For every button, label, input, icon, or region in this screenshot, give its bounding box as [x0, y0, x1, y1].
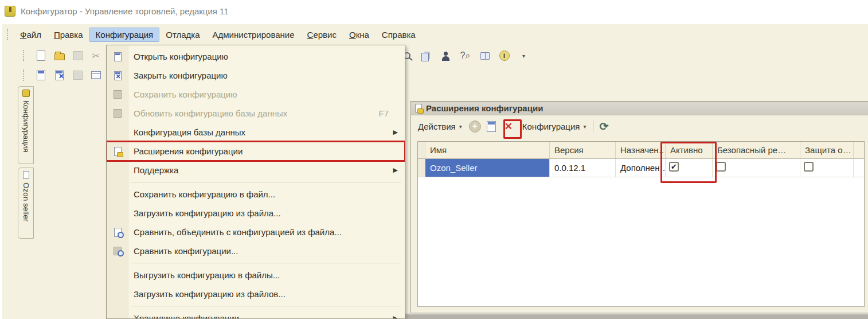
cell-purpose[interactable]: Дополнен… [616, 159, 666, 177]
menu-windows[interactable]: Окна [343, 28, 376, 42]
menu-item-load-from-file[interactable]: Загрузить конфигурацию из файла... [107, 204, 405, 223]
help-contents-button[interactable] [478, 49, 492, 63]
about-button[interactable]: i [497, 49, 511, 63]
extensions-icon [114, 147, 122, 156]
submenu-arrow-icon: ▶ [393, 166, 398, 174]
menu-bar: Файл Правка Конфигурация Отладка Админис… [3, 26, 868, 43]
menu-item-configuration-extensions[interactable]: Расширения конфигурации [107, 142, 405, 161]
cell-version[interactable]: 0.0.12.1 [550, 159, 616, 177]
menu-separator [131, 306, 401, 306]
column-header-active[interactable]: Активно [666, 142, 713, 158]
menu-item-dump-to-files[interactable]: Выгрузить конфигурацию в файлы... [107, 266, 405, 285]
toolbar-grip [23, 69, 25, 81]
window-titlebar: Конфигуратор - Управление торговлей, ред… [5, 3, 229, 18]
row-selector-header [418, 142, 425, 158]
toolbar-configuration [23, 67, 103, 84]
toolbar-standard: ✂ [23, 47, 103, 64]
new-document-button[interactable] [34, 49, 48, 63]
configuration-menu-button[interactable]: Конфигурация ▾ [521, 119, 588, 134]
syntax-assistant-button[interactable] [439, 49, 453, 63]
menu-item-update-db-configuration[interactable]: Обновить конфигурацию базы данных F7 [107, 104, 405, 123]
chevron-down-icon: ▾ [522, 53, 525, 59]
menu-service[interactable]: Сервис [301, 28, 343, 42]
menu-item-db-configuration[interactable]: Конфигурация базы данных ▶ [107, 123, 405, 142]
add-extension-button[interactable]: + [469, 120, 481, 133]
configuration-tab-icon [22, 90, 30, 97]
cell-protection [800, 159, 854, 177]
protection-checkbox[interactable] [804, 162, 814, 172]
menu-item-open-configuration[interactable]: Открыть конфигурацию [107, 47, 405, 66]
wizard-icon [442, 56, 449, 61]
menu-configuration[interactable]: Конфигурация [89, 28, 160, 42]
configurator-window: Конфигуратор - Управление торговлей, ред… [0, 0, 868, 319]
menu-administration[interactable]: Администрирование [206, 28, 301, 42]
menu-item-save-configuration[interactable]: Сохранить конфигурацию [107, 85, 405, 104]
table-header-row: Имя Версия Назначен… Активно Безопасный … [418, 142, 864, 159]
column-header-version[interactable]: Версия [550, 142, 616, 158]
menu-item-load-from-files[interactable]: Загрузить конфигурацию из файлов... [107, 285, 405, 304]
column-header-filler [854, 142, 864, 158]
delete-extension-button[interactable]: ✕ [502, 120, 515, 133]
sidebar-tab-configuration[interactable]: Конфигурация [18, 86, 34, 164]
chevron-down-icon: ▾ [583, 123, 586, 130]
toolbar-grip [23, 50, 25, 61]
compare-merge-icon [114, 228, 122, 237]
scissors-icon: ✂ [92, 50, 100, 61]
question-search-icon: ?⌕ [460, 50, 471, 61]
copy-layers-button[interactable] [419, 49, 433, 63]
cell-name[interactable]: Ozon_Seller [425, 159, 550, 177]
sidebar-tab-ozon-seller[interactable]: Ozon seller [18, 168, 34, 239]
menu-separator [131, 182, 401, 182]
menu-item-close-configuration[interactable]: Закрыть конфигурацию [107, 66, 405, 85]
open-configuration-button[interactable] [34, 68, 48, 83]
shortcut-f7: F7 [378, 108, 389, 118]
window-bottom-edge [403, 313, 868, 319]
sidebar-tab-label: Ozon seller [22, 182, 30, 221]
configuration-dropdown-menu: Открыть конфигурацию Закрыть конфигураци… [106, 45, 405, 319]
save-button[interactable] [71, 49, 85, 63]
menu-item-compare-configurations[interactable]: Сравнить конфигурации... [107, 242, 405, 260]
edit-extension-icon[interactable] [487, 121, 496, 132]
extensions-panel-title: Расширения конфигурации [426, 103, 543, 113]
table-row[interactable]: Ozon_Seller 0.0.12.1 Дополнен… ✔ [418, 159, 864, 177]
cut-button[interactable]: ✂ [89, 49, 103, 63]
refresh-button[interactable]: ⟳ [599, 120, 608, 133]
compare-configurations-icon [114, 247, 122, 255]
column-header-safe-mode[interactable]: Безопасный ре… [713, 142, 800, 158]
column-header-purpose[interactable]: Назначен… [616, 142, 666, 158]
actions-menu-button[interactable]: Действия ▾ [417, 119, 463, 134]
open-configuration-icon [37, 70, 45, 80]
open-folder-icon [54, 53, 65, 60]
active-checkbox[interactable]: ✔ [669, 162, 679, 172]
safe-mode-checkbox[interactable] [716, 162, 726, 172]
open-button[interactable] [52, 49, 67, 63]
window-title: Конфигуратор - Управление торговлей, ред… [21, 6, 229, 16]
menu-item-compare-merge-with-file[interactable]: Сравнить, объединить с конфигурацией из … [107, 223, 405, 242]
menu-help[interactable]: Справка [376, 28, 422, 42]
cell-safe-mode [713, 159, 800, 177]
save-configuration-button[interactable] [71, 68, 85, 83]
menu-item-support[interactable]: Поддержка ▶ [107, 161, 405, 180]
menu-debug[interactable]: Отладка [159, 28, 206, 42]
row-selector-cell[interactable] [418, 159, 425, 177]
save-configuration-icon [114, 90, 122, 99]
menu-item-save-to-file[interactable]: Сохранить конфигурацию в файл... [107, 185, 405, 204]
new-document-icon [37, 50, 45, 61]
copy-icon [421, 53, 429, 61]
menu-item-configuration-repository[interactable]: Хранилище конфигурации ▶ [107, 309, 405, 319]
column-header-protection[interactable]: Защита о… [800, 142, 854, 158]
app-logo-icon [5, 6, 15, 17]
cell-filler [854, 159, 864, 177]
ozon-seller-tab-icon [23, 171, 29, 179]
close-configuration-button[interactable] [52, 68, 67, 83]
configuration-objects-button[interactable] [89, 68, 103, 83]
menu-file[interactable]: Файл [14, 28, 48, 42]
toolbar-grip [7, 29, 9, 40]
toolbar-overflow-button[interactable]: ▾ [517, 49, 531, 63]
help-search-button[interactable]: ?⌕ [458, 49, 472, 63]
extensions-toolbar: Действия ▾ + ✕ Конфигурация ▾ ⟳ [411, 115, 868, 137]
save-icon [73, 51, 83, 60]
cell-active: ✔ [666, 159, 713, 177]
column-header-name[interactable]: Имя [425, 142, 550, 158]
menu-edit[interactable]: Правка [48, 28, 89, 42]
